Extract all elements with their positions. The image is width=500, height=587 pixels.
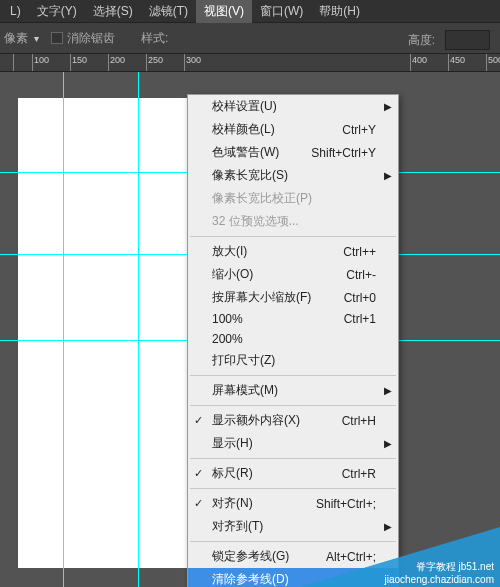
menu-item[interactable]: 放大(I)Ctrl++ [188,240,398,263]
guide-vertical[interactable] [138,72,139,587]
style-label: 样式: [141,30,168,47]
menu-item-label: 锁定参考线(G) [212,548,289,565]
menu-item[interactable]: ✓对齐(N)Shift+Ctrl+; [188,492,398,515]
dropdown-icon[interactable]: ▾ [34,33,39,44]
menu-item-label: 显示额外内容(X) [212,412,300,429]
menubar-item[interactable]: 滤镜(T) [141,0,196,23]
submenu-arrow-icon: ▶ [384,385,392,396]
menu-item-label: 按屏幕大小缩放(F) [212,289,311,306]
menu-item-label: 缩小(O) [212,266,253,283]
menu-item[interactable]: ✓标尺(R)Ctrl+R [188,462,398,485]
menu-shortcut: Ctrl+Y [342,123,376,137]
menu-item-label: 像素长宽比(S) [212,167,288,184]
unit-label: 像素 [4,30,28,47]
menu-item-label: 对齐到(T) [212,518,263,535]
submenu-arrow-icon: ▶ [384,170,392,181]
menubar-item[interactable]: 文字(Y) [29,0,85,23]
menu-item-label: 标尺(R) [212,465,253,482]
menu-item[interactable]: 200% [188,329,398,349]
check-icon: ✓ [194,497,203,510]
menu-item[interactable]: 缩小(O)Ctrl+- [188,263,398,286]
watermark-text-1: 脊字教程 jb51.net [384,560,494,574]
height-field-group: 高度: [408,30,490,50]
menu-item[interactable]: 打印尺寸(Z) [188,349,398,372]
menu-separator [190,236,396,237]
menu-shortcut: Shift+Ctrl+Y [311,146,376,160]
menu-shortcut: Ctrl++ [343,245,376,259]
menu-separator [190,458,396,459]
view-menu-dropdown: 校样设置(U)▶校样颜色(L)Ctrl+Y色域警告(W)Shift+Ctrl+Y… [187,94,399,587]
height-label: 高度: [408,32,435,49]
menubar-item[interactable]: 帮助(H) [311,0,368,23]
ruler-label: 300 [184,55,201,65]
menu-item[interactable]: ✓显示额外内容(X)Ctrl+H [188,409,398,432]
menu-item-label: 打印尺寸(Z) [212,352,275,369]
menu-item-label: 校样颜色(L) [212,121,275,138]
menu-item[interactable]: 显示(H)▶ [188,432,398,455]
ruler-label: 500 [486,55,500,65]
menu-item-label: 校样设置(U) [212,98,277,115]
menu-separator [190,405,396,406]
menu-item-label: 对齐(N) [212,495,253,512]
canvas-area[interactable]: 校样设置(U)▶校样颜色(L)Ctrl+Y色域警告(W)Shift+Ctrl+Y… [0,72,500,587]
menu-item-label: 色域警告(W) [212,144,279,161]
menubar-item[interactable]: L) [2,1,29,21]
antialias-checkbox[interactable] [51,32,63,44]
menu-item[interactable]: 校样设置(U)▶ [188,95,398,118]
menu-item-label: 屏幕模式(M) [212,382,278,399]
guide-vertical[interactable] [63,72,64,587]
ruler-label: 100 [32,55,49,65]
menubar-item[interactable]: 窗口(W) [252,0,311,23]
ruler-tick [13,54,14,72]
menu-shortcut: Ctrl+- [346,268,376,282]
menu-item[interactable]: 色域警告(W)Shift+Ctrl+Y [188,141,398,164]
menu-item[interactable]: 屏幕模式(M)▶ [188,379,398,402]
menu-item: 32 位预览选项... [188,210,398,233]
menu-item: 像素长宽比校正(P) [188,187,398,210]
menu-separator [190,375,396,376]
menu-shortcut: Ctrl+H [342,414,376,428]
ruler-label: 250 [146,55,163,65]
menu-item[interactable]: 按屏幕大小缩放(F)Ctrl+0 [188,286,398,309]
watermark-text-2: jiaocheng.chazidian.com [384,574,494,585]
menubar-item[interactable]: 视图(V) [196,0,252,23]
menubar-item[interactable]: 选择(S) [85,0,141,23]
submenu-arrow-icon: ▶ [384,101,392,112]
menu-shortcut: Ctrl+R [342,467,376,481]
menu-item[interactable]: 像素长宽比(S)▶ [188,164,398,187]
ruler-label: 450 [448,55,465,65]
height-input[interactable] [445,30,490,50]
menu-shortcut: Ctrl+1 [344,312,376,326]
ruler-label: 150 [70,55,87,65]
menu-item[interactable]: 校样颜色(L)Ctrl+Y [188,118,398,141]
menubar: L)文字(Y)选择(S)滤镜(T)视图(V)窗口(W)帮助(H) [0,0,500,22]
menu-item-label: 200% [212,332,243,346]
menu-shortcut: Shift+Ctrl+; [316,497,376,511]
antialias-label: 消除锯齿 [67,30,115,47]
ruler-label: 200 [108,55,125,65]
menu-item-label: 放大(I) [212,243,247,260]
document[interactable] [18,98,187,568]
ruler-label: 400 [410,55,427,65]
ruler-horizontal[interactable]: 100150200250300400450500 [0,54,500,72]
check-icon: ✓ [194,467,203,480]
menu-separator [190,488,396,489]
submenu-arrow-icon: ▶ [384,438,392,449]
menu-item-label: 显示(H) [212,435,253,452]
menu-item-label: 清除参考线(D) [212,571,289,587]
watermark: 脊字教程 jb51.net jiaocheng.chazidian.com [300,527,500,587]
menu-item[interactable]: 100%Ctrl+1 [188,309,398,329]
check-icon: ✓ [194,414,203,427]
menu-item-label: 32 位预览选项... [212,213,299,230]
menu-shortcut: Ctrl+0 [344,291,376,305]
menu-item-label: 像素长宽比校正(P) [212,190,312,207]
menu-item-label: 100% [212,312,243,326]
